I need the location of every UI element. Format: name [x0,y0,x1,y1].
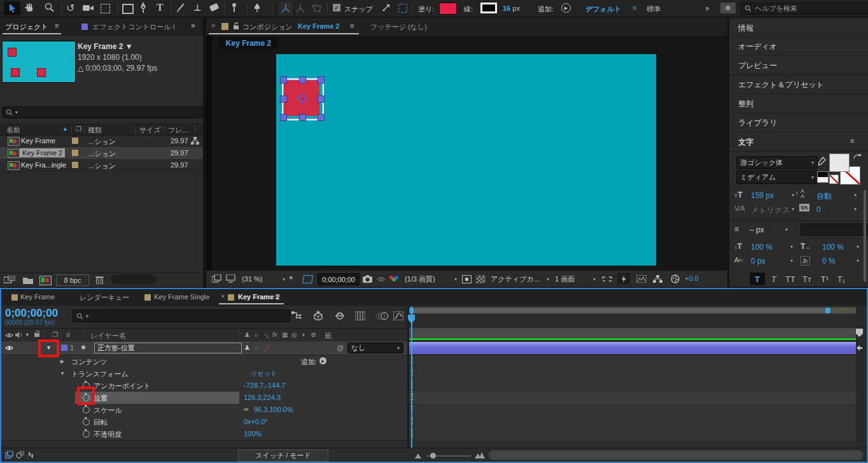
leading-caret-icon[interactable]: ▾ [854,192,857,198]
composition-frame[interactable] [276,54,656,266]
work-area-end-handle[interactable] [825,308,830,313]
panel-resize-pill[interactable] [111,274,157,284]
add-label[interactable]: 追加: [538,4,554,14]
expand-inout-columns-icon[interactable] [27,451,35,459]
selection-tool[interactable] [4,1,20,15]
zoom-in-mountains-icon[interactable] [475,452,485,459]
region-of-interest-icon[interactable] [302,275,313,283]
selection-handle-s[interactable] [299,114,306,121]
viewer-tab-footage[interactable]: フッテージ (なし) [370,22,427,32]
time-ruler[interactable] [409,315,856,329]
project-row-selected[interactable]: Key Frame 2 ...ション 29.97 [0,147,203,160]
tab-effect-controls[interactable]: エフェクトコントロール I [92,22,175,32]
selection-handle-sw[interactable] [280,114,287,121]
expand-transfer-controls-icon[interactable] [16,451,24,459]
layer-name-column-label[interactable]: レイヤー名 [90,331,126,341]
timeline-timecode[interactable]: 0;00;00;00 [5,307,58,320]
viewer-tab-close-icon[interactable]: × [211,22,215,29]
layer-collapse-switch[interactable]: ☼ [253,344,259,351]
scale-value[interactable]: 96.3,100.0% [254,406,293,413]
col-frames[interactable]: フレ... [168,125,188,135]
grid-guides-icon[interactable]: ⌖ [289,273,293,282]
zoom-out-mountain-icon[interactable] [415,453,421,459]
zoom-tool[interactable] [45,3,55,14]
layer-name-box[interactable]: 正方形-位置 [94,343,242,353]
channel-rgb-icon[interactable] [389,276,398,282]
tracking-caret-icon[interactable]: ▾ [854,206,857,212]
graph-editor-icon[interactable] [393,311,403,320]
label-swatch[interactable] [72,138,78,144]
label-swatch[interactable] [72,150,78,156]
expand-layer-switches-icon[interactable] [5,451,13,459]
motion-blur-icon[interactable] [375,311,387,320]
panel-tab-libraries[interactable]: ライブラリ [729,113,868,132]
histogram-icon[interactable] [636,275,647,283]
fast-preview-button[interactable] [617,273,630,284]
selection-handle-n[interactable] [299,76,306,83]
baseline-shift-caret-icon[interactable]: ▾ [790,258,793,264]
magnification-dropdown[interactable]: (31 %)▾ [242,274,285,284]
rectangle-tool[interactable] [122,4,134,14]
parent-column-label[interactable]: 親 [325,331,332,341]
panel-tab-audio[interactable]: オーディオ [729,36,868,56]
timeline-horizontal-scrollbar[interactable] [489,450,863,460]
work-area-bar[interactable] [410,308,826,313]
anchor-point-row[interactable]: アンカーポイント -728.7,-144.7 [1,380,407,392]
rotation-row[interactable]: 回転 0x+0.0° [1,416,407,429]
scale-row[interactable]: スケール ∞ 96.3,100.0% [1,404,407,417]
tsume-value[interactable]: 0 % [822,257,836,266]
project-search-box[interactable]: ▾ [2,106,203,118]
opacity-stopwatch-icon[interactable] [83,431,90,438]
mask-feather-icon[interactable] [398,4,407,13]
layer-shy-switch[interactable]: ♟ [244,344,250,351]
kerning-value[interactable]: メトリクス [751,205,790,216]
fast-previews-icon[interactable] [462,275,472,283]
no-color-swatch[interactable] [829,175,839,184]
axis-world-tool[interactable] [295,3,305,15]
viewer-tab-comp-name[interactable]: Key Frame 2 [298,22,339,30]
rotation-value[interactable]: 0x+0.0° [244,418,268,425]
pen-tool[interactable] [139,2,147,15]
project-row[interactable]: Key Fra...ingle ...ション 29.97 [0,159,203,172]
timeline-search-box[interactable]: ▾ [73,310,290,322]
position-row[interactable]: 位置 126.3,224.3 [1,392,407,404]
timeline-tab-keyframesingle[interactable]: Key Frame Single [154,293,209,301]
all-caps-button[interactable]: TT [783,273,798,285]
stroke-color-swatch[interactable] [480,3,497,13]
tsume-caret-icon[interactable]: ▾ [857,258,859,264]
contents-label[interactable]: コンテンツ [71,357,107,367]
pixel-aspect-correction-icon[interactable] [602,275,612,283]
rotate-tool[interactable]: ↺ [66,2,74,14]
layer-row[interactable]: ▼ 1 ★ 正方形-位置 ♟ ☼ ／ @ なし▾ [1,341,407,355]
label-column-icon[interactable]: ❐ [76,125,81,132]
brush-tool[interactable] [176,3,186,14]
composition-mini-flowchart-icon[interactable] [291,311,302,320]
selection-handle-se[interactable] [318,114,325,121]
camera-tool[interactable] [83,4,94,13]
draft-3d-icon[interactable] [313,310,324,320]
frame-blending-icon[interactable] [355,311,365,320]
stroke-unit-caret-icon[interactable]: ▾ [785,227,788,232]
workspace-default[interactable]: デフォルト [585,4,621,14]
selected-layer-bounding-box[interactable] [282,78,324,120]
camera-view-dropdown[interactable]: アクティブカ...▾ [491,274,549,284]
viewer-panel-menu-icon[interactable]: ≡ [350,22,354,29]
show-snapshot-eye-icon[interactable] [377,276,386,282]
stroke-width-value[interactable]: 16 px [503,4,520,12]
snap-options-icon[interactable] [382,3,391,13]
timeline-zoom-slider-knob[interactable] [430,453,436,459]
leading-value[interactable]: 自動 [816,191,832,202]
opacity-row[interactable]: 不透明度 100% [1,428,407,441]
puppet-tool[interactable] [229,2,239,15]
mini-flowchart-icon[interactable] [653,275,662,283]
hand-tool[interactable] [24,3,34,14]
superscript-button[interactable]: T¹ [817,273,832,285]
col-type[interactable]: 種類 [88,125,102,135]
playhead-line[interactable] [411,306,412,448]
rotation-stopwatch-icon[interactable] [83,418,90,425]
font-size-value[interactable]: 159 px [751,191,774,200]
stroke-over-fill-icon[interactable] [817,171,829,183]
anchor-label[interactable]: アンカーポイント [94,381,151,391]
contents-expand-triangle[interactable]: ▶ [60,359,64,364]
unlock-icon[interactable] [233,22,239,30]
